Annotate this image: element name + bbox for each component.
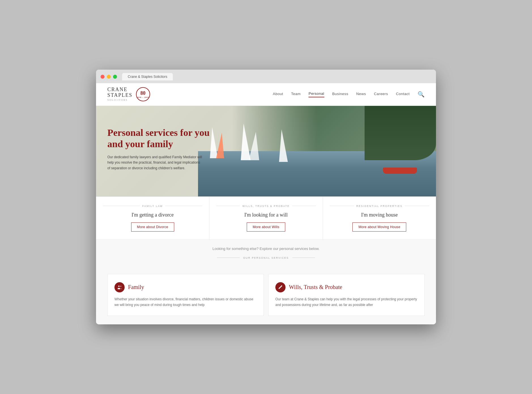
hero-trees [365,106,436,160]
hero-description: Our dedicated family lawyers and qualifi… [107,155,204,171]
logo-badge-sub: 1938 – 2018 [137,96,150,98]
card-moving-title: I'm moving house [361,212,398,218]
divider-line-right [292,258,315,258]
service-wills-desc: Our team at Crane & Staples can help you… [275,296,418,308]
cards-section: Family Law I'm getting a divorce More ab… [96,196,436,239]
services-divider: Our Personal Services [103,256,429,259]
nav-personal[interactable]: Personal [308,91,324,97]
hero-title: Personal services for you and your famil… [107,127,215,150]
browser-tab[interactable]: Crane & Staples Solicitors [122,73,173,80]
service-wills-header: Wills, Trusts & Probate [275,282,418,292]
service-card-wills: Wills, Trusts & Probate Our team at Cran… [268,274,425,316]
logo-area: Crane Staples Solicitors 80 1938 – 2018 [107,87,150,101]
service-wills-title: Wills, Trusts & Probate [289,284,342,290]
services-grid: Family Whether your situation involves d… [107,274,425,316]
search-icon[interactable]: 🔍 [418,91,425,98]
browser-window: Crane & Staples Solicitors Crane Staples… [96,70,436,325]
nav-careers[interactable]: Careers [374,92,388,97]
browser-controls: Crane & Staples Solicitors [101,73,431,80]
nav-business[interactable]: Business [332,92,348,97]
family-icon [114,282,125,292]
maximize-button[interactable] [113,75,117,79]
more-about-moving-house-button[interactable]: More about Moving House [352,222,406,232]
card-moving-category: Residential Properties [330,205,429,207]
services-divider-label: Our Personal Services [243,256,289,259]
logo-badge-number: 80 [141,90,146,96]
nav-team[interactable]: Team [291,92,301,97]
browser-chrome: Crane & Staples Solicitors [96,70,436,83]
more-about-divorce-button[interactable]: More about Divorce [131,222,174,232]
minimize-button[interactable] [107,75,111,79]
service-family-title: Family [128,284,144,290]
main-nav: About Team Personal Business News Career… [273,91,425,98]
hero-content: Personal services for you and your famil… [107,127,215,171]
logo-badge: 80 1938 – 2018 [136,87,150,101]
explore-text: Looking for something else? Explore our … [103,247,429,251]
nav-contact[interactable]: Contact [396,92,410,97]
nav-about[interactable]: About [273,92,283,97]
logo-crane: Crane [107,87,133,93]
close-button[interactable] [101,75,105,79]
hero-background: Personal services for you and your famil… [96,106,436,196]
card-wills: Wills, Trusts & Probate I'm looking for … [209,197,323,239]
card-moving: Residential Properties I'm moving house … [323,197,436,239]
explore-section: Looking for something else? Explore our … [96,239,436,267]
hero-scene-decoration [198,106,436,196]
logo-solicitors: Solicitors [107,99,133,102]
motorboat [383,168,417,174]
card-wills-category: Wills, Trusts & Probate [216,205,316,207]
card-wills-title: I'm looking for a will [244,212,288,218]
wills-icon [275,282,286,292]
personal-services-section: Family Whether your situation involves d… [96,267,436,325]
nav-news[interactable]: News [356,92,366,97]
service-family-desc: Whether your situation involves divorce,… [114,296,257,308]
card-divorce: Family Law I'm getting a divorce More ab… [96,197,209,239]
service-family-header: Family [114,282,257,292]
more-about-wills-button[interactable]: More about Wills [247,222,285,232]
logo-text: Crane Staples Solicitors [107,87,133,101]
card-divorce-title: I'm getting a divorce [131,212,174,218]
divider-line-left [217,258,240,258]
hero-section: Personal services for you and your famil… [96,106,436,196]
service-card-family: Family Whether your situation involves d… [107,274,264,316]
card-divorce-category: Family Law [103,205,202,207]
svg-point-1 [120,286,121,286]
svg-point-0 [118,286,120,287]
site-header: Crane Staples Solicitors 80 1938 – 2018 … [96,83,436,106]
logo-staples: Staples [107,93,133,98]
